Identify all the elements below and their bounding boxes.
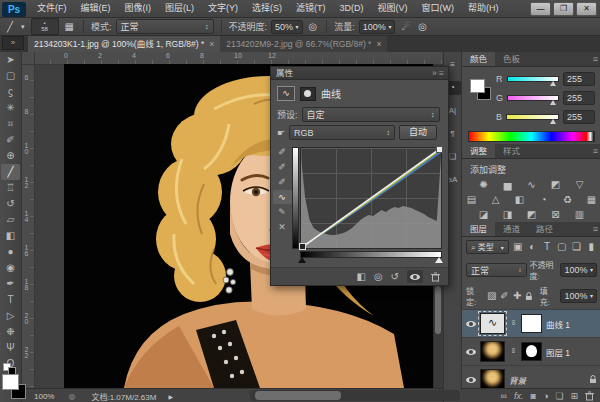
pressure-size-icon[interactable]: ◎ bbox=[416, 21, 429, 32]
lock-transparent-icon[interactable]: ▨ bbox=[487, 290, 497, 302]
visibility-eye-icon[interactable] bbox=[466, 377, 476, 383]
tool-history-brush[interactable]: ↺ bbox=[1, 196, 20, 212]
red-value[interactable]: 255 bbox=[563, 72, 595, 86]
hue-saturation-icon[interactable]: ▤ bbox=[464, 194, 479, 206]
tool-blur[interactable]: ● bbox=[1, 244, 20, 260]
menu-window[interactable]: 窗口(W) bbox=[415, 0, 462, 17]
gradient-map-icon[interactable]: ▥ bbox=[572, 209, 587, 221]
opacity-value[interactable]: 50% ▾ bbox=[271, 20, 303, 34]
visibility-eye-icon[interactable] bbox=[466, 349, 476, 355]
pressure-opacity-icon[interactable]: ◎ bbox=[307, 21, 320, 32]
tool-gradient[interactable]: ◧ bbox=[1, 228, 20, 244]
clip-to-layer-icon[interactable]: ◧ bbox=[356, 271, 365, 282]
tool-clone-stamp[interactable]: ♖ bbox=[1, 180, 20, 196]
tool-marquee[interactable]: ▢ bbox=[1, 68, 20, 84]
layer-name[interactable]: 图层 1 bbox=[546, 346, 597, 358]
layer-thumbnail[interactable] bbox=[480, 341, 505, 362]
channel-select[interactable]: RGB↕ bbox=[289, 125, 395, 140]
menu-file[interactable]: 文件(F) bbox=[30, 0, 74, 17]
lock-pixels-icon[interactable]: ✐ bbox=[499, 290, 509, 302]
curve-point-shadow[interactable] bbox=[299, 243, 306, 250]
tool-pen[interactable]: ✒ bbox=[1, 276, 20, 292]
draw-curve-pencil-icon[interactable]: ✎ bbox=[273, 205, 292, 219]
vibrance-icon[interactable]: ▽ bbox=[572, 179, 587, 191]
brush-tool-icon[interactable]: ╱ bbox=[5, 21, 15, 32]
targeted-adjust-icon[interactable]: ☛ bbox=[277, 128, 285, 138]
color-lookup-icon[interactable]: ▦ bbox=[584, 194, 599, 206]
filter-smart-object-icon[interactable]: ❏ bbox=[571, 241, 583, 253]
green-slider[interactable] bbox=[507, 95, 559, 101]
tool-path-select[interactable]: ▷ bbox=[1, 308, 20, 324]
lock-all-icon[interactable] bbox=[525, 292, 533, 301]
menu-help[interactable]: 帮助(H) bbox=[461, 0, 506, 17]
filter-shape-icon[interactable]: ▢ bbox=[556, 241, 568, 253]
status-arrow-icon[interactable]: ▶ bbox=[168, 393, 173, 400]
tool-brush[interactable]: ╱ bbox=[1, 164, 20, 180]
black-input-slider[interactable] bbox=[298, 257, 306, 263]
smooth-curve-icon[interactable]: ✕ bbox=[273, 220, 292, 234]
curves-layer-thumbnail[interactable]: ∿ bbox=[480, 313, 505, 334]
maximize-button[interactable]: ❐ bbox=[553, 2, 574, 16]
tool-move[interactable]: ➤ bbox=[1, 52, 20, 68]
new-group-icon[interactable]: ❏ bbox=[555, 391, 563, 401]
default-swatches-icon[interactable] bbox=[3, 363, 15, 373]
filter-kind-select[interactable]: ⌕ 类型 ▾ bbox=[466, 240, 509, 254]
threshold-icon[interactable]: ◩ bbox=[524, 209, 539, 221]
toggle-visibility-icon[interactable] bbox=[407, 270, 423, 283]
menu-edit[interactable]: 编辑(E) bbox=[74, 0, 118, 17]
tab-channels[interactable]: 通道 bbox=[495, 222, 528, 236]
invert-icon[interactable]: ◪ bbox=[476, 209, 491, 221]
scrollbar-thumb[interactable] bbox=[255, 391, 341, 400]
color-balance-icon[interactable]: △ bbox=[488, 194, 503, 206]
blend-mode-select[interactable]: 正常↕ bbox=[116, 19, 214, 34]
view-previous-state-icon[interactable]: ◎ bbox=[374, 271, 383, 282]
properties-panel-header[interactable]: 属性 » ≡ bbox=[271, 67, 448, 80]
white-point-eyedropper-icon[interactable]: ✐ bbox=[273, 175, 292, 189]
document-tab-inactive[interactable]: 2134202M9-2.jpg @ 66.7%(RGB/8#) *× bbox=[220, 36, 387, 52]
tool-eyedropper[interactable]: ✐ bbox=[1, 132, 20, 148]
white-input-slider[interactable] bbox=[435, 257, 443, 263]
menu-select[interactable]: 选择(S) bbox=[245, 0, 289, 17]
filter-type-icon[interactable]: T bbox=[541, 241, 553, 253]
brush-preset-picker[interactable]: •58 bbox=[31, 18, 59, 35]
gray-point-eyedropper-icon[interactable]: ✐ bbox=[273, 160, 292, 174]
tool-magic-wand[interactable]: ✳ bbox=[1, 100, 20, 116]
tool-hand[interactable]: Ψ bbox=[1, 340, 20, 356]
tool-preset-arrow-icon[interactable]: ▾ bbox=[19, 23, 27, 31]
toggle-brush-panel-icon[interactable]: ▦ bbox=[63, 21, 76, 32]
black-point-eyedropper-icon[interactable]: ✐ bbox=[273, 145, 292, 159]
layer-row-curves[interactable]: ∿ ∞ 曲线 1 bbox=[462, 310, 600, 338]
panel-menu-icon[interactable]: ≡ bbox=[593, 222, 598, 236]
tool-lasso[interactable]: ϛ bbox=[1, 84, 20, 100]
tab-layers[interactable]: 图层 bbox=[462, 222, 495, 236]
foreground-color-swatch[interactable] bbox=[2, 374, 19, 390]
visibility-eye-icon[interactable] bbox=[466, 321, 476, 327]
tool-type[interactable]: T bbox=[1, 292, 20, 308]
scrollbar-thumb[interactable] bbox=[435, 286, 441, 334]
tool-healing-brush[interactable]: ⊕ bbox=[1, 148, 20, 164]
levels-icon[interactable]: ▅ bbox=[500, 179, 515, 191]
delete-layer-icon[interactable] bbox=[585, 391, 594, 401]
brightness-contrast-icon[interactable]: ✺ bbox=[476, 179, 491, 191]
tab-paths[interactable]: 路径 bbox=[528, 222, 561, 236]
minimize-button[interactable]: — bbox=[530, 2, 551, 16]
document-tab-active[interactable]: 2134203K1-1.jpg @ 100%(曲线 1, RGB/8#) *× bbox=[28, 36, 220, 52]
filter-toggle-icon[interactable]: ▮ bbox=[585, 241, 597, 253]
layer-name[interactable]: 背景 bbox=[509, 374, 585, 386]
ruler-origin[interactable] bbox=[22, 52, 35, 65]
layer-style-icon[interactable]: fx. bbox=[514, 391, 524, 401]
lock-position-icon[interactable]: ✚ bbox=[512, 290, 522, 302]
tool-dodge[interactable]: ◉ bbox=[1, 260, 20, 276]
layer-blend-mode-select[interactable]: 正常↕ bbox=[466, 263, 527, 277]
posterize-icon[interactable]: ◨ bbox=[500, 209, 515, 221]
tab-swatches[interactable]: 色板 bbox=[495, 52, 528, 66]
menu-type[interactable]: 文字(Y) bbox=[201, 0, 245, 17]
panel-menu-icon[interactable]: ≡ bbox=[593, 144, 598, 158]
tool-eraser[interactable]: ▱ bbox=[1, 212, 20, 228]
auto-button[interactable]: 自动 bbox=[399, 125, 437, 140]
tab-adjustments[interactable]: 调整 bbox=[462, 144, 495, 158]
close-button[interactable]: ✕ bbox=[576, 2, 597, 16]
link-layers-icon[interactable]: ∞ bbox=[501, 391, 507, 401]
edit-points-icon[interactable]: ∿ bbox=[273, 190, 292, 204]
menu-image[interactable]: 图像(I) bbox=[118, 0, 159, 17]
